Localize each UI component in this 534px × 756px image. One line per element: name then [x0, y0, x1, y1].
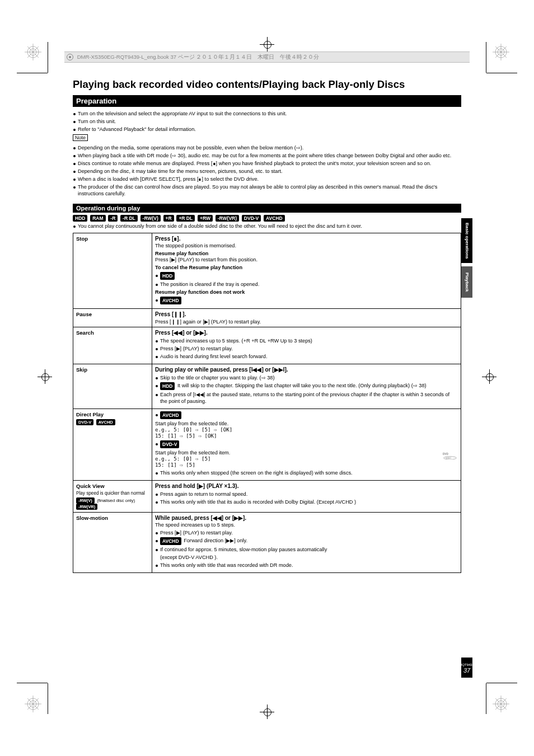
- disc-tag: AVCHD: [96, 419, 115, 425]
- disc-tag: HDD: [73, 215, 87, 222]
- op-desc: Press [◀◀] or [▶▶]. The speed increases …: [152, 327, 461, 364]
- op-name: Slow-motion: [73, 513, 152, 573]
- side-tab-playback: Playback: [461, 266, 472, 298]
- reg-rosette-icon: [493, 696, 509, 712]
- list-item: The producer of the disc can control how…: [73, 184, 461, 197]
- crop-mark: [17, 683, 48, 683]
- print-header-text: DMR-XS350EG-RQT9439-L_eng.book 37 ページ ２０…: [77, 54, 320, 60]
- list-item: This works only when stopped (the screen…: [155, 469, 458, 476]
- disc-tag: HDD: [160, 272, 175, 280]
- list-item: When a disc is loaded with [DRIVE SELECT…: [73, 176, 461, 182]
- table-row: Search Press [◀◀] or [▶▶]. The speed inc…: [73, 327, 461, 364]
- list-item: Press [▶] (PLAY) to restart play.: [155, 529, 458, 536]
- list-item: AVCHD: [155, 297, 458, 304]
- tag-note: You cannot play continuously from one si…: [73, 223, 461, 229]
- list-item: HDD It will skip to the chapter. Skippin…: [155, 382, 458, 390]
- disc-tag: -RW(VR): [76, 504, 97, 510]
- crop-mark: [48, 683, 48, 714]
- extra-text: Play speed is quicker than normal: [76, 491, 149, 496]
- table-row: Pause Press [❙❙]. Press [❙❙] again or [▶…: [73, 309, 461, 327]
- sheet: DMR-XS350EG-RQT9439-L_eng.book 37 ページ ２０…: [0, 0, 534, 756]
- reg-rosette-icon: [25, 696, 41, 712]
- list-item: Audio is heard during first level search…: [155, 353, 458, 360]
- extra-tags: -RW(V) (finalised disc only) -RW(VR): [76, 497, 149, 510]
- disc-tag: DVD-V: [76, 419, 93, 425]
- page-title: Playing back recorded video contents/Pla…: [73, 78, 461, 91]
- list-item: Depending on the media, some operations …: [73, 144, 461, 151]
- crosshair-icon: [260, 37, 274, 51]
- list-item: The speed increases up to 5 steps. (+R +…: [155, 337, 458, 344]
- disc-tag: DVD-V: [160, 440, 179, 448]
- ops-table: Stop Press [∎]. The stopped position is …: [73, 233, 461, 573]
- list-item: Each press of [I◀◀] at the paused state,…: [155, 391, 458, 405]
- list-item: Skip to the title or chapter you want to…: [155, 374, 458, 381]
- table-row: Slow-motion While paused, press [◀◀] or …: [73, 513, 461, 573]
- crop-mark: [17, 73, 48, 73]
- disc-tag: -R: [108, 215, 118, 222]
- disc-tag: -RW(V): [140, 215, 161, 222]
- list-item: Turn on the television and select the ap…: [73, 110, 461, 117]
- disc-tag: -R DL: [120, 215, 138, 222]
- disc-tag: HDD: [160, 382, 175, 390]
- disc-tag: -RW(VR): [216, 215, 239, 222]
- table-row: Quick View Play speed is quicker than no…: [73, 481, 461, 513]
- list-item: If continued for approx. 5 minutes, slow…: [155, 546, 458, 553]
- crop-mark: [486, 683, 517, 683]
- list-item: You cannot play continuously from one si…: [73, 223, 461, 229]
- crop-mark: [486, 683, 486, 714]
- list-item: The position is cleared if the tray is o…: [155, 281, 458, 288]
- notes-list: Depending on the media, some operations …: [73, 144, 461, 197]
- svg-text:VIDEO: VIDEO: [446, 457, 451, 459]
- tag-row: HDD RAM -R -R DL -RW(V) +R +R DL +RW -RW…: [73, 215, 461, 222]
- reg-rosette-icon: [25, 44, 41, 60]
- list-item: AVCHD Forward direction [▶▶] only.: [155, 537, 458, 545]
- disc-tag: +R DL: [176, 215, 195, 222]
- list-item: HDD: [155, 272, 458, 280]
- list-item: AVCHD: [155, 411, 458, 419]
- crop-mark: [486, 73, 517, 73]
- crosshair-icon: [482, 369, 496, 384]
- page-number-tab: RQT9439 37: [461, 658, 472, 678]
- op-desc: During play or while paused, press [I◀◀]…: [152, 364, 461, 409]
- op-name: Skip: [73, 364, 152, 409]
- preparation-list: Turn on the television and select the ap…: [73, 110, 461, 133]
- list-item: Press again to return to normal speed.: [155, 491, 458, 497]
- op-name: Pause: [73, 309, 152, 327]
- op-name: Stop: [73, 233, 152, 309]
- dvd-video-logo-icon: DVDVIDEO: [443, 452, 457, 460]
- table-row: Stop Press [∎]. The stopped position is …: [73, 233, 461, 309]
- list-item: This works only with title that was reco…: [155, 562, 458, 569]
- side-tab-basic: Basic operations: [461, 218, 472, 263]
- reg-rosette-icon: [493, 44, 509, 60]
- section-preparation: Preparation: [73, 95, 461, 107]
- op-name: Search: [73, 327, 152, 364]
- page-body: Basic operations Playback RQT9439 37 Pla…: [73, 78, 461, 678]
- op-desc: Press and hold [▶] (PLAY ×1.3). Press ag…: [152, 481, 461, 513]
- op-name: Direct Play DVD-V AVCHD: [73, 409, 152, 481]
- list-item: Discs continue to rotate while menus are…: [73, 160, 461, 167]
- disc-tag: AVCHD: [264, 215, 285, 222]
- disc-tag: AVCHD: [160, 297, 181, 304]
- page-number: 37: [463, 668, 470, 673]
- disc-tag: +R: [163, 215, 174, 222]
- book-icon: [67, 54, 73, 60]
- svg-text:DVD: DVD: [443, 453, 448, 456]
- crop-mark: [48, 42, 48, 73]
- disc-tag: AVCHD: [160, 411, 181, 419]
- extra-tags: DVD-V AVCHD: [76, 419, 149, 425]
- list-item: Turn on this unit.: [73, 118, 461, 125]
- op-desc: While paused, press [◀◀] or [▶▶]. The sp…: [152, 513, 461, 573]
- disc-tag: AVCHD: [160, 537, 181, 545]
- list-item: Depending on the disc, it may take time …: [73, 168, 461, 175]
- list-item: This works only with title that its audi…: [155, 499, 458, 505]
- section-ops: Operation during play: [73, 204, 461, 213]
- disc-tag: -RW(V): [76, 497, 95, 504]
- disc-tag: RAM: [90, 215, 105, 222]
- list-item: Refer to "Advanced Playback" for detail …: [73, 126, 461, 133]
- list-item: DVD-V: [155, 440, 458, 448]
- crop-mark: [486, 42, 486, 73]
- print-header: DMR-XS350EG-RQT9439-L_eng.book 37 ページ ２０…: [64, 51, 470, 63]
- op-desc: AVCHD Start play from the selected title…: [152, 409, 461, 481]
- disc-tag: DVD-V: [242, 215, 261, 222]
- list-item: Press [▶] (PLAY) to restart play.: [155, 345, 458, 352]
